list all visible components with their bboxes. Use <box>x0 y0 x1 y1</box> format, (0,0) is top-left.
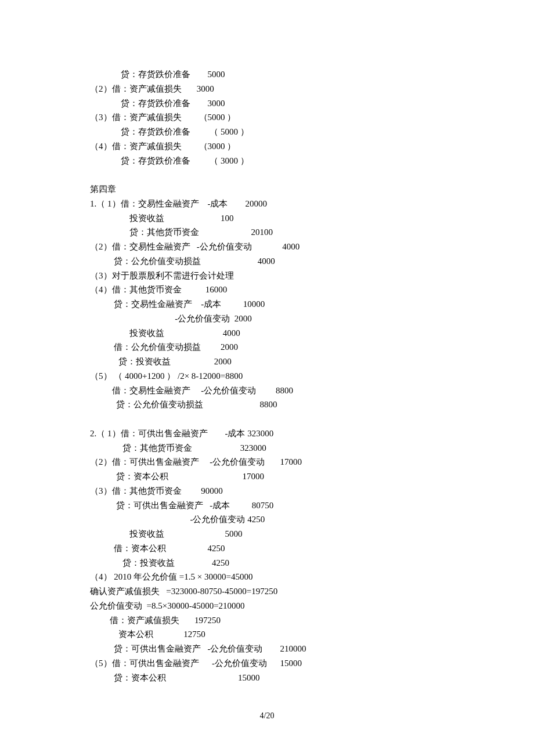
page-number: 4/20 <box>0 709 534 722</box>
document-content: 贷：存货跌价准备 5000 （2）借：资产减值损失 3000 贷：存货跌价准备 … <box>90 67 444 685</box>
